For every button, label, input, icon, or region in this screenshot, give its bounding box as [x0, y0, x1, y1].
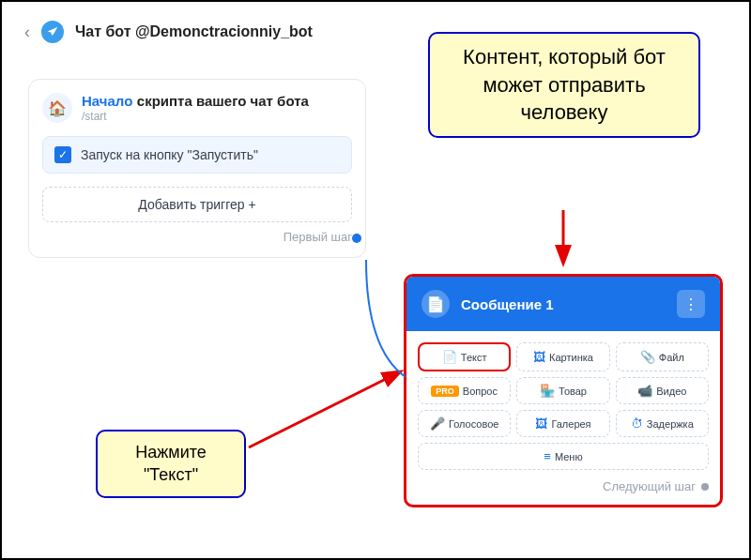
connector-dot: [701, 483, 709, 491]
start-script-card: 🏠 Начало скрипта вашего чат бота /start …: [28, 79, 366, 258]
btn-label: Задержка: [647, 418, 694, 430]
content-btn-вопрос[interactable]: PROВопрос: [418, 377, 511, 404]
content-btn-задержка[interactable]: ⏱Задержка: [616, 410, 709, 437]
btn-icon: 🎤: [430, 416, 445, 431]
arrow-top-to-card: [546, 210, 584, 276]
plus-icon: +: [248, 197, 255, 212]
btn-label: Картинка: [549, 352, 593, 363]
telegram-icon: [41, 21, 64, 43]
home-icon: 🏠: [42, 93, 72, 123]
document-icon: 📄: [421, 290, 450, 318]
btn-icon: ⏱: [631, 416, 643, 431]
content-btn-текст[interactable]: 📄Текст: [418, 342, 511, 371]
message-card: 📄 Сообщение 1 ⋮ 📄Текст🖼Картинка📎ФайлPROВ…: [404, 274, 723, 507]
arrow-bottom-to-text-btn: [244, 368, 413, 471]
checkbox-icon[interactable]: ✓: [54, 146, 71, 163]
content-btn-картинка[interactable]: 🖼Картинка: [516, 342, 609, 371]
callout-press-text: Нажмите "Текст": [96, 430, 246, 498]
pro-badge: PRO: [431, 386, 459, 397]
first-step-label: Первый шаг: [42, 230, 352, 244]
btn-label: Вопрос: [463, 386, 498, 397]
message-title: Сообщение 1: [461, 296, 666, 312]
btn-icon: 🖼: [535, 416, 547, 431]
btn-label: Меню: [555, 451, 583, 462]
btn-label: Текст: [461, 352, 487, 363]
start-command: /start: [82, 110, 309, 123]
start-title: Начало: [82, 93, 132, 109]
btn-label: Файл: [659, 352, 684, 363]
callout-content-types: Контент, который бот может отправить чел…: [428, 32, 700, 138]
start-subtitle: скрипта вашего чат бота: [137, 93, 309, 109]
trigger-row[interactable]: ✓ Запуск на кнопку "Запустить": [42, 136, 352, 174]
btn-label: Товар: [559, 386, 587, 397]
page-title: Чат бот @Demonctracionniy_bot: [75, 23, 313, 40]
btn-label: Голосовое: [449, 418, 498, 430]
btn-icon: 🖼: [533, 350, 545, 364]
next-step-label: Следующий шаг: [418, 476, 709, 493]
connector-dot: [352, 234, 361, 243]
content-button-grid: 📄Текст🖼Картинка📎ФайлPROВопрос🏪Товар📹Виде…: [418, 342, 709, 470]
btn-label: Галерея: [551, 418, 590, 430]
trigger-label: Запуск на кнопку "Запустить": [81, 147, 258, 162]
content-btn-видео[interactable]: 📹Видео: [616, 377, 709, 404]
content-btn-меню[interactable]: ≡Меню: [418, 443, 709, 470]
btn-icon: 📹: [637, 384, 652, 398]
message-card-header: 📄 Сообщение 1 ⋮: [406, 277, 720, 331]
content-btn-галерея[interactable]: 🖼Галерея: [516, 410, 609, 437]
btn-icon: 🏪: [540, 384, 555, 398]
btn-icon: 📎: [640, 350, 655, 364]
add-trigger-button[interactable]: Добавить триггер +: [42, 187, 352, 222]
btn-icon: ≡: [544, 449, 551, 463]
svg-line-1: [249, 372, 399, 447]
btn-label: Видео: [656, 386, 686, 397]
content-btn-товар[interactable]: 🏪Товар: [516, 377, 609, 404]
content-btn-файл[interactable]: 📎Файл: [616, 342, 709, 371]
back-arrow-icon[interactable]: ‹: [24, 23, 30, 42]
kebab-menu-icon[interactable]: ⋮: [677, 290, 705, 318]
content-btn-голосовое[interactable]: 🎤Голосовое: [418, 410, 511, 437]
btn-icon: 📄: [442, 350, 457, 364]
